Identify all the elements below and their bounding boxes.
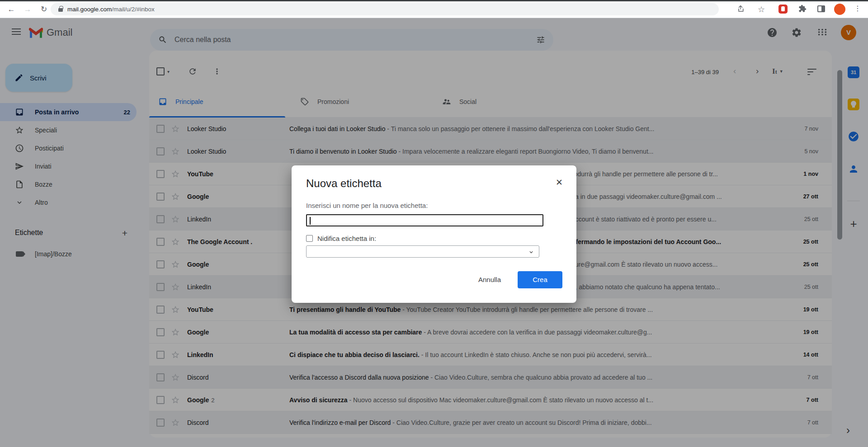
nest-label-checkbox-label: Nidifica etichetta in: <box>317 235 376 242</box>
cancel-button[interactable]: Annulla <box>469 271 510 288</box>
nest-label-checkbox[interactable] <box>306 235 313 242</box>
url-bar[interactable]: mail.google.com/mail/u/2/#inbox <box>51 3 719 15</box>
back-icon[interactable]: ← <box>5 4 17 15</box>
bookmark-star-icon[interactable]: ☆ <box>758 5 765 14</box>
close-icon[interactable]: ✕ <box>554 177 565 188</box>
lock-icon <box>58 8 63 12</box>
reload-icon[interactable]: ↻ <box>38 4 50 15</box>
new-label-dialog: Nuova etichetta ✕ Inserisci un nome per … <box>292 165 576 303</box>
share-icon[interactable] <box>737 5 745 13</box>
adblock-icon[interactable] <box>778 5 788 14</box>
browser-profile-avatar[interactable] <box>834 4 845 15</box>
label-name-field-label: Inserisci un nome per la nuova etichetta… <box>306 202 428 209</box>
browser-toolbar: ← → ↻ mail.google.com/mail/u/2/#inbox ☆ … <box>0 0 868 18</box>
side-panel-icon[interactable] <box>817 5 825 12</box>
forward-icon: → <box>22 4 33 15</box>
label-name-input[interactable] <box>306 214 543 226</box>
extensions-puzzle-icon[interactable] <box>798 5 807 13</box>
url-text: mail.google.com/mail/u/2/#inbox <box>67 6 155 13</box>
text-caret <box>310 217 311 225</box>
select-chevron-down-icon <box>528 249 534 255</box>
browser-menu-kebab-icon[interactable]: ⋮ <box>854 4 861 13</box>
dialog-title: Nuova etichetta <box>306 177 382 190</box>
parent-label-select[interactable] <box>306 245 539 258</box>
create-button[interactable]: Crea <box>518 271 562 288</box>
